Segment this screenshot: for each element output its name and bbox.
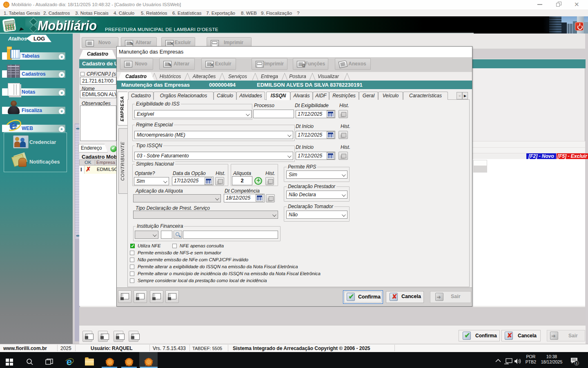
- svg-text:1: 1: [576, 361, 578, 365]
